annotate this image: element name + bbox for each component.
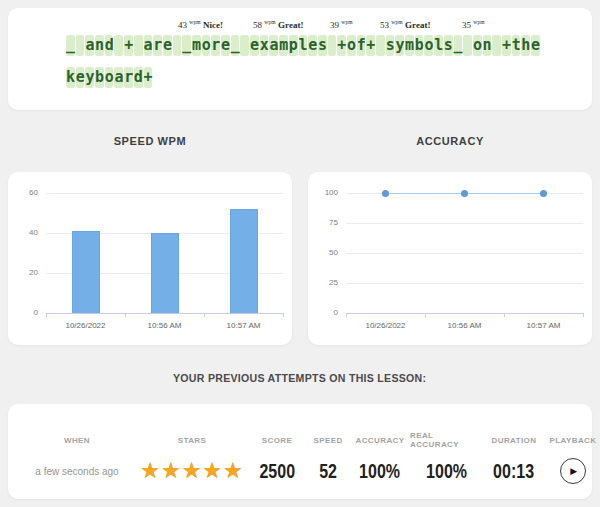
col-header-duration: DURATION: [492, 436, 537, 445]
typed-char: b: [415, 35, 424, 56]
typed-char: n: [483, 35, 492, 56]
x-axis-tick: [504, 313, 505, 317]
typed-char: e: [250, 35, 259, 56]
col-header-playback: PLAYBACK: [550, 436, 597, 445]
typed-char: l: [434, 35, 443, 56]
x-axis-tick: [46, 313, 47, 317]
accuracy-point: [461, 190, 468, 197]
typed-char: y: [85, 67, 94, 88]
x-axis-tick: [583, 313, 584, 317]
charts-row: 020406010/26/202210:56 AM10:57 AM 025507…: [8, 172, 592, 345]
gridline: [46, 193, 283, 194]
typed-char: k: [66, 67, 75, 88]
y-tick-label: 20: [8, 268, 38, 277]
y-tick-label: 0: [308, 308, 338, 317]
x-axis-tick: [125, 313, 126, 317]
typed-char: [463, 35, 472, 56]
typed-char: y: [395, 35, 404, 56]
typed-char: d: [134, 67, 143, 88]
attempt-row: a few seconds ago ★★★★★ 2500 52 100% 100…: [18, 458, 582, 484]
attempt-real-accuracy: 100%: [427, 460, 468, 483]
play-icon: ▶: [570, 466, 577, 476]
wpm-annotation: 43 wpm Nice!: [178, 19, 223, 30]
attempts-header-row: WHEN STARS SCORE SPEED ACCURACY REAL ACC…: [18, 431, 582, 449]
x-axis-tick: [346, 313, 347, 317]
accuracy-chart: 025507510010/26/202210:56 AM10:57 AM: [308, 172, 592, 345]
typed-char: s: [318, 35, 327, 56]
speed-bar: [151, 233, 179, 313]
typed-line: _ and + are _more_ examples +of+ symbols…: [66, 35, 541, 56]
wpm-annotation: 58 wpm Great!: [253, 19, 303, 30]
typed-char: e: [531, 35, 540, 56]
typed-char: e: [163, 35, 172, 56]
lesson-results-page: 43 wpm Nice!58 wpm Great!39 wpm53 wpm Gr…: [0, 0, 600, 507]
x-axis-line: [346, 313, 583, 314]
speed-bar: [230, 209, 258, 313]
col-header-accuracy: ACCURACY: [356, 436, 405, 445]
accuracy-point: [382, 190, 389, 197]
typed-char: m: [279, 35, 288, 56]
x-tick-label: 10:56 AM: [425, 321, 505, 330]
attempt-when: a few seconds ago: [35, 466, 118, 477]
typed-char: _: [454, 35, 463, 56]
typed-char: a: [114, 67, 123, 88]
typed-char: e: [76, 67, 85, 88]
typed-char: s: [386, 35, 395, 56]
attempt-stars: ★★★★★: [140, 458, 244, 484]
x-tick-label: 10:56 AM: [125, 321, 205, 330]
speed-chart: 020406010/26/202210:56 AM10:57 AM: [8, 172, 292, 345]
star-icon: ★: [140, 458, 161, 483]
chart-titles-row: SPEED WPM ACCURACY: [8, 110, 592, 172]
typed-char: +: [502, 35, 511, 56]
typed-char: e: [221, 35, 230, 56]
x-tick-label: 10/26/2022: [46, 321, 126, 330]
typed-char: x: [260, 35, 269, 56]
y-tick-label: 0: [8, 308, 38, 317]
typed-char: [114, 35, 123, 56]
typed-line: keyboard+: [66, 67, 541, 88]
typed-char: s: [444, 35, 453, 56]
typed-char: o: [347, 35, 356, 56]
attempts-table: WHEN STARS SCORE SPEED ACCURACY REAL ACC…: [8, 404, 592, 499]
typed-char: r: [211, 35, 220, 56]
typed-char: p: [289, 35, 298, 56]
col-header-real-accuracy: REAL ACCURACY: [410, 431, 484, 449]
y-tick-label: 60: [8, 188, 38, 197]
previous-attempts-heading-text: YOUR PREVIOUS ATTEMPTS ON THIS LESSON:: [173, 371, 426, 386]
attempt-accuracy: 100%: [360, 460, 401, 483]
typed-char: [240, 35, 249, 56]
typed-char: [173, 35, 182, 56]
col-header-speed: SPEED: [313, 436, 342, 445]
x-tick-label: 10:57 AM: [504, 321, 584, 330]
wpm-annotation: 35 wpm: [462, 19, 485, 30]
col-header-score: SCORE: [262, 436, 292, 445]
star-icon: ★: [223, 458, 244, 483]
typing-text-card: 43 wpm Nice!58 wpm Great!39 wpm53 wpm Gr…: [8, 8, 592, 110]
typed-char: a: [144, 35, 153, 56]
y-tick-label: 75: [308, 218, 338, 227]
x-axis-line: [46, 313, 283, 314]
typed-char: a: [269, 35, 278, 56]
attempt-score: 2500: [259, 460, 295, 483]
typed-char: m: [405, 35, 414, 56]
typed-char: o: [424, 35, 433, 56]
star-icon: ★: [202, 458, 223, 483]
wpm-annotation: 39 wpm: [330, 19, 353, 30]
typed-char: o: [473, 35, 482, 56]
x-tick-label: 10/26/2022: [346, 321, 426, 330]
y-tick-label: 40: [8, 228, 38, 237]
typed-lines: _ and + are _more_ examples +of+ symbols…: [66, 35, 541, 99]
playback-button[interactable]: ▶: [560, 458, 586, 484]
typed-char: o: [202, 35, 211, 56]
attempt-duration: 00:13: [494, 460, 535, 483]
accuracy-chart-title: ACCURACY: [308, 135, 592, 147]
speed-chart-title: SPEED WPM: [8, 135, 292, 147]
typed-char: +: [124, 35, 133, 56]
typed-char: r: [153, 35, 162, 56]
star-icon: ★: [161, 458, 182, 483]
typed-char: o: [105, 67, 114, 88]
x-axis-tick: [425, 313, 426, 317]
typed-char: a: [85, 35, 94, 56]
typed-char: _: [182, 35, 191, 56]
col-header-stars: STARS: [178, 436, 207, 445]
